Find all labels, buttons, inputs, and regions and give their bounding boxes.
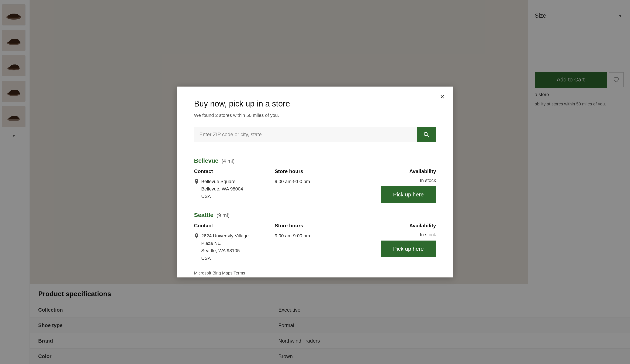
divider-2 — [194, 205, 436, 205]
zip-search-bar — [194, 127, 436, 142]
svg-line-8 — [427, 135, 429, 137]
store-bellevue-address-text: Bellevue SquareBellevue, WA 98004USA — [201, 178, 243, 200]
store-seattle-distance: (9 mi) — [216, 212, 230, 218]
divider-3 — [194, 264, 436, 264]
zip-search-input[interactable] — [194, 127, 417, 142]
store-bellevue-hours: 9:00 am-9:00 pm — [275, 178, 355, 185]
modal-subtitle: We found 2 stores within 50 miles of you… — [194, 113, 436, 118]
store-seattle-hours-col: Store hours 9:00 am-9:00 pm — [275, 223, 355, 240]
location-pin-icon-2 — [194, 233, 199, 240]
store-bellevue-hours-label: Store hours — [275, 168, 355, 174]
location-pin-icon — [194, 179, 199, 185]
store-seattle: Seattle (9 mi) Contact 2624 Un — [194, 212, 436, 262]
bing-maps-terms: Microsoft Bing Maps Terms — [194, 271, 436, 276]
seattle-pickup-button[interactable]: Pick up here — [381, 241, 436, 257]
store-bellevue-name: Bellevue — [194, 157, 218, 164]
store-seattle-grid: Contact 2624 University VillagePlaza NES… — [194, 223, 436, 262]
bellevue-pickup-button[interactable]: Pick up here — [381, 186, 436, 203]
store-seattle-name: Seattle — [194, 212, 214, 218]
store-bellevue-address: Bellevue SquareBellevue, WA 98004USA — [194, 178, 275, 200]
modal-close-button[interactable]: × — [440, 93, 444, 100]
store-seattle-hours: 9:00 am-9:00 pm — [275, 232, 355, 240]
store-seattle-contact-label: Contact — [194, 223, 275, 229]
store-seattle-availability-label: Availability — [409, 223, 436, 229]
modal-overlay: × Buy now, pick up in a store We found 2… — [0, 0, 630, 364]
store-seattle-stock-status: In stock — [420, 232, 436, 238]
divider-1 — [194, 151, 436, 151]
store-bellevue: Bellevue (4 mi) Contact Bellev — [194, 157, 436, 203]
store-bellevue-distance: (4 mi) — [222, 158, 234, 164]
svg-point-10 — [196, 234, 197, 236]
store-bellevue-contact-col: Contact Bellevue SquareBellevue, WA 9800… — [194, 168, 275, 200]
svg-point-9 — [196, 180, 197, 181]
store-bellevue-hours-col: Store hours 9:00 am-9:00 pm — [275, 168, 355, 185]
zip-search-button[interactable] — [417, 127, 436, 142]
store-seattle-availability-col: Availability In stock Pick up here — [355, 223, 436, 257]
store-bellevue-contact-label: Contact — [194, 168, 275, 174]
store-bellevue-availability-label: Availability — [409, 168, 436, 174]
store-seattle-hours-label: Store hours — [275, 223, 355, 229]
modal-title: Buy now, pick up in a store — [194, 99, 436, 108]
store-seattle-address-text: 2624 University VillagePlaza NESeattle, … — [201, 232, 248, 262]
store-bellevue-availability-col: Availability In stock Pick up here — [355, 168, 436, 203]
store-seattle-contact-col: Contact 2624 University VillagePlaza NES… — [194, 223, 275, 262]
store-seattle-address: 2624 University VillagePlaza NESeattle, … — [194, 232, 275, 262]
store-pickup-modal: × Buy now, pick up in a store We found 2… — [177, 86, 453, 278]
store-bellevue-grid: Contact Bellevue SquareBellevue, WA 9800… — [194, 168, 436, 203]
store-bellevue-stock-status: In stock — [420, 178, 436, 183]
